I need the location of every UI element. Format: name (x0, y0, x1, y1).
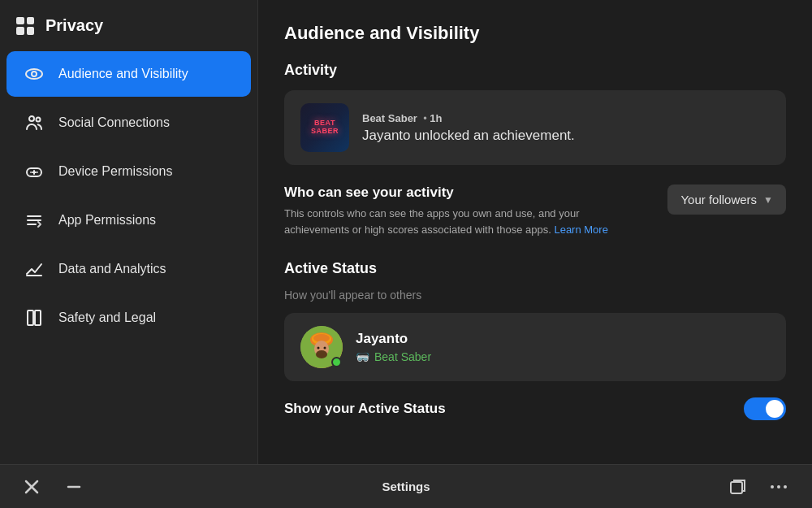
eye-icon (23, 63, 45, 85)
content-area: Audience and Visibility Activity BEATSAB… (258, 0, 812, 464)
svg-point-0 (26, 69, 42, 79)
sidebar-item-safety[interactable]: Safety and Legal (6, 295, 251, 341)
svg-rect-26 (731, 482, 742, 493)
visibility-heading: Who can see your activity (284, 185, 609, 201)
activity-card: BEATSABER Beat Saber • 1h Jayanto unlock… (284, 90, 786, 165)
svg-point-1 (32, 72, 37, 76)
activity-message: Jayanto unlocked an achievement. (362, 128, 770, 144)
active-status-subtitle: How you'll appear to others (284, 289, 786, 302)
bottom-left-controls (19, 475, 86, 499)
visibility-value: Your followers (680, 193, 757, 206)
profile-name: Jayanto (356, 331, 770, 347)
svg-point-2 (29, 116, 34, 121)
book-icon (23, 306, 45, 329)
window-control-button[interactable] (724, 473, 752, 501)
activity-info: Beat Saber • 1h Jayanto unlocked an achi… (362, 112, 770, 144)
vr-headset-icon: 🥽 (356, 350, 369, 363)
close-button[interactable] (19, 475, 44, 499)
visibility-description: Who can see your activity This controls … (284, 185, 609, 237)
avatar-container (300, 326, 343, 368)
sidebar-item-device[interactable]: Device Permissions (6, 149, 251, 194)
people-icon (23, 111, 45, 134)
more-icon (770, 484, 788, 489)
online-indicator (331, 357, 342, 367)
sidebar-title: Privacy (45, 16, 103, 35)
active-status-section: Active Status How you'll appear to other… (284, 260, 786, 420)
svg-rect-13 (28, 310, 33, 325)
sidebar-item-data-label: Data and Analytics (58, 262, 166, 276)
active-status-heading: Active Status (284, 260, 786, 277)
svg-point-6 (37, 172, 38, 173)
svg-point-20 (316, 350, 327, 358)
svg-point-29 (784, 485, 787, 488)
bottom-bar: Settings (0, 464, 812, 508)
sidebar-item-social[interactable]: Social Connections (6, 100, 251, 145)
beat-saber-logo: BEATSABER (311, 119, 339, 136)
profile-game: 🥽 Beat Saber (356, 350, 770, 363)
svg-point-28 (777, 485, 780, 488)
sidebar-item-audience[interactable]: Audience and Visibility (6, 51, 251, 97)
chevron-down-icon: ▼ (763, 194, 773, 206)
main-area: Privacy Audience and Visibility (0, 0, 812, 464)
more-options-button[interactable] (765, 480, 793, 494)
activity-thumbnail: BEATSABER (300, 103, 349, 152)
sidebar-header: Privacy (0, 8, 257, 50)
learn-more-link[interactable]: Learn More (554, 224, 607, 236)
sidebar-item-data[interactable]: Data and Analytics (6, 246, 251, 292)
minimize-button[interactable] (62, 475, 86, 499)
sidebar-item-safety-label: Safety and Legal (58, 310, 156, 325)
chart-icon (23, 258, 45, 280)
window-icon (729, 478, 747, 496)
sidebar-item-social-label: Social Connections (58, 115, 170, 130)
visibility-control: Who can see your activity This controls … (284, 185, 786, 237)
profile-info: Jayanto 🥽 Beat Saber (356, 331, 770, 363)
visibility-dropdown[interactable]: Your followers ▼ (667, 185, 786, 215)
visibility-description-text: This controls who can see the apps you o… (284, 206, 609, 237)
bottom-right-controls (724, 473, 793, 501)
grid-icon (16, 17, 34, 35)
svg-point-21 (317, 347, 320, 350)
sidebar-item-audience-label: Audience and Visibility (58, 67, 188, 81)
sidebar-item-app-label: App Permissions (58, 213, 156, 228)
close-icon (24, 480, 39, 494)
active-status-toggle[interactable] (744, 397, 786, 420)
controller-icon (23, 160, 45, 183)
list-icon (23, 209, 45, 232)
activity-heading: Activity (284, 62, 786, 79)
app-container: Privacy Audience and Visibility (0, 0, 812, 508)
activity-meta: Beat Saber • 1h (362, 112, 770, 124)
svg-point-3 (37, 118, 41, 122)
show-active-status-row: Show your Active Status (284, 397, 786, 420)
minimize-icon (67, 480, 81, 494)
sidebar-item-device-label: Device Permissions (58, 164, 172, 179)
svg-point-22 (324, 347, 326, 350)
show-active-label: Show your Active Status (284, 401, 446, 417)
svg-rect-14 (35, 310, 41, 325)
sidebar-item-app[interactable]: App Permissions (6, 198, 251, 243)
svg-point-27 (771, 485, 774, 488)
sidebar: Privacy Audience and Visibility (0, 0, 258, 464)
page-title: Audience and Visibility (284, 23, 786, 44)
svg-point-5 (30, 172, 32, 173)
profile-card: Jayanto 🥽 Beat Saber (284, 313, 786, 381)
settings-label: Settings (382, 480, 430, 493)
